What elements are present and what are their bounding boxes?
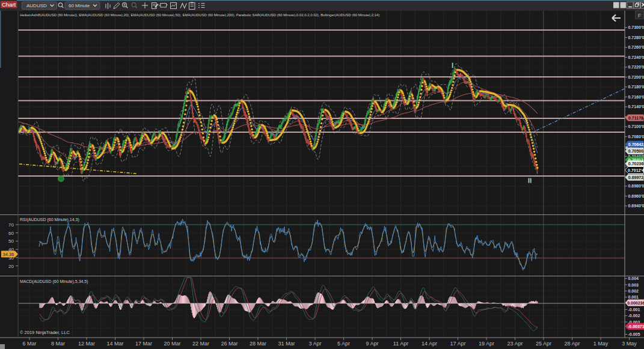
svg-text:26 Mar: 26 Mar <box>221 341 238 347</box>
svg-text:17 Apr: 17 Apr <box>450 341 465 347</box>
svg-text:34.36: 34.36 <box>3 252 14 257</box>
svg-text:Chart: Chart <box>2 1 16 8</box>
svg-text:-0.002: -0.002 <box>628 314 640 318</box>
svg-text:0.6940'0: 0.6940'0 <box>628 204 644 208</box>
svg-text:-0.005: -0.005 <box>628 332 640 336</box>
svg-text:0.7100'0: 0.7100'0 <box>628 124 644 129</box>
svg-text:0.7260'0: 0.7260'0 <box>628 45 644 49</box>
svg-text:0.7160'0: 0.7160'0 <box>628 95 644 99</box>
svg-text:0.7200'0: 0.7200'0 <box>628 75 644 79</box>
svg-text:0.70642: 0.70642 <box>628 142 643 147</box>
svg-text:20 Mar: 20 Mar <box>164 341 180 347</box>
svg-text:0.69972: 0.69972 <box>628 175 643 180</box>
svg-text:AUDUSD: AUDUSD <box>26 3 47 8</box>
svg-text:23 Apr: 23 Apr <box>507 341 523 347</box>
svg-text:0.70236: 0.70236 <box>628 162 643 166</box>
svg-text:14 Mar: 14 Mar <box>106 341 123 347</box>
svg-text:22 Mar: 22 Mar <box>192 341 209 347</box>
svg-text:0.001: 0.001 <box>628 295 639 299</box>
svg-text:50: 50 <box>8 238 14 244</box>
svg-text:0.000236: 0.000236 <box>627 301 644 305</box>
svg-text:F: F <box>638 13 642 19</box>
svg-text:0.7280'0: 0.7280'0 <box>628 35 644 40</box>
svg-text:20: 20 <box>8 264 14 269</box>
svg-text:12 Mar: 12 Mar <box>78 341 95 347</box>
svg-text:31 Mar: 31 Mar <box>278 341 295 347</box>
svg-text:5 Apr: 5 Apr <box>337 341 350 347</box>
svg-text:25 Apr: 25 Apr <box>536 341 551 347</box>
svg-text:17 Mar: 17 Mar <box>135 341 152 347</box>
svg-text:1 May: 1 May <box>593 341 609 347</box>
svg-text:3 May: 3 May <box>622 341 637 347</box>
svg-text:-0.001: -0.001 <box>628 308 640 312</box>
svg-text:6 Mar: 6 Mar <box>22 341 36 347</box>
svg-text:28 Mar: 28 Mar <box>250 341 266 347</box>
svg-text:(ii): (ii) <box>59 177 63 181</box>
svg-text:0.7140'0: 0.7140'0 <box>628 105 644 109</box>
svg-text:MACD(AUDUSD (60 Minute),5,34,5: MACD(AUDUSD (60 Minute),5,34,5) <box>20 279 88 284</box>
svg-text:0.7080'0: 0.7080'0 <box>628 135 644 139</box>
svg-text:0.6980'0: 0.6980'0 <box>628 184 644 188</box>
svg-text:70: 70 <box>8 222 14 228</box>
svg-text:RSI(AUDUSD (60 Minute),14,3): RSI(AUDUSD (60 Minute),14,3) <box>20 217 79 222</box>
svg-text:28 Apr: 28 Apr <box>564 341 580 347</box>
svg-text:0.7220'0: 0.7220'0 <box>628 65 644 69</box>
svg-text:3 Apr: 3 Apr <box>308 341 321 347</box>
svg-text:HeikenAshi8(AUDUSD (60 Minute): HeikenAshi8(AUDUSD (60 Minute)), EMA(AUD… <box>20 13 379 17</box>
svg-text:0.71178: 0.71178 <box>628 116 643 120</box>
svg-text:19 Apr: 19 Apr <box>479 341 494 347</box>
svg-text:60: 60 <box>8 231 14 236</box>
svg-text:9 Apr: 9 Apr <box>366 341 378 347</box>
svg-text:0.7240'0: 0.7240'0 <box>628 55 644 59</box>
svg-text:0.70500: 0.70500 <box>628 149 643 153</box>
svg-text:-0.00371: -0.00371 <box>628 324 644 329</box>
svg-text:8 Mar: 8 Mar <box>51 341 65 347</box>
svg-text:60 Minute: 60 Minute <box>69 3 90 8</box>
svg-text:© 2019 NinjaTrader, LLC: © 2019 NinjaTrader, LLC <box>20 330 70 335</box>
svg-text:14 Apr: 14 Apr <box>422 341 437 347</box>
svg-text:0.7180'0: 0.7180'0 <box>628 85 644 89</box>
svg-text:0.7012'4: 0.7012'4 <box>628 168 644 172</box>
svg-text:0.7300'0: 0.7300'0 <box>628 25 644 29</box>
svg-text:0.6960'0: 0.6960'0 <box>628 194 644 198</box>
svg-text:11 Apr: 11 Apr <box>393 341 408 347</box>
svg-text:0.004: 0.004 <box>628 276 639 281</box>
svg-text:0.002: 0.002 <box>628 289 639 293</box>
svg-text:0.003: 0.003 <box>628 283 639 287</box>
